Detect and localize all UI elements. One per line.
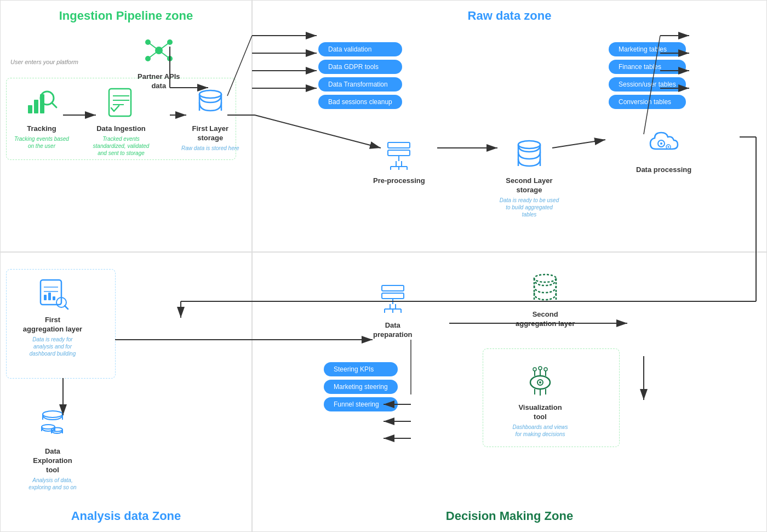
viz-label: Visualization tool bbox=[518, 403, 562, 422]
svg-rect-41 bbox=[48, 293, 51, 300]
svg-rect-1 bbox=[34, 100, 38, 113]
first-aggregation-node: First aggregation layer Data is ready fo… bbox=[22, 274, 83, 357]
svg-point-34 bbox=[660, 142, 662, 145]
svg-rect-40 bbox=[44, 295, 47, 300]
user-enter-node: User enters your platform bbox=[9, 59, 80, 65]
analysis-zone-title: Analysis data Zone bbox=[1, 501, 251, 526]
main-container: Ingestion Pipeline zone User enters your… bbox=[0, 0, 767, 532]
badge-marketing-steering: Marketing steering bbox=[324, 380, 398, 394]
svg-point-18 bbox=[199, 90, 221, 98]
second-layer-storage-node: Second Layer storage Data is ready to be… bbox=[499, 135, 559, 218]
preprocessing-label: Pre-processing bbox=[373, 176, 425, 186]
first-agg-sublabel: Data is ready for analysis and for dashb… bbox=[22, 336, 83, 357]
exploration-icon bbox=[33, 406, 72, 444]
steering-badge-list: Steering KPIs Marketing steering Funnel … bbox=[324, 362, 398, 411]
raw-badge-list: Data validation Data GDPR tools Data Tra… bbox=[318, 42, 402, 109]
processing-badge-list: Marketing tables Finance tables Session/… bbox=[609, 42, 686, 109]
tracking-label: Tracking bbox=[27, 124, 56, 134]
partner-apis-label: Partner APIs data bbox=[138, 72, 180, 91]
tracking-node: Tracking Tracking events based on the us… bbox=[12, 83, 72, 150]
user-enter-label: User enters your platform bbox=[10, 59, 78, 65]
preprocessing-icon bbox=[380, 135, 418, 174]
raw-zone-title: Raw data zone bbox=[253, 1, 766, 26]
ingestion-flow-area: User enters your platform Tracking bbox=[1, 26, 251, 249]
data-prep-icon bbox=[374, 280, 412, 318]
second-agg-icon bbox=[526, 269, 564, 307]
raw-flow-area: Data validation Data GDPR tools Data Tra… bbox=[253, 26, 766, 249]
ingestion-label: Data Ingestion bbox=[96, 124, 146, 134]
exploration-sublabel: Analysis of data, exploring and so on bbox=[22, 477, 83, 491]
data-processing-icon bbox=[645, 124, 683, 163]
badge-steering-kpis: Steering KPIs bbox=[324, 362, 398, 376]
svg-line-15 bbox=[159, 42, 170, 50]
first-agg-icon bbox=[33, 274, 72, 313]
badge-marketing-tables: Marketing tables bbox=[609, 42, 686, 56]
second-storage-icon bbox=[510, 135, 548, 174]
decision-flow-area: Data preparation Steering KPIs Marketing… bbox=[253, 253, 766, 531]
viz-sublabel: Dashboards and views for making decision… bbox=[510, 424, 570, 438]
data-processing-node: Data processing bbox=[636, 124, 691, 175]
svg-rect-0 bbox=[28, 105, 32, 113]
second-agg-label: Second aggregation layer bbox=[516, 310, 575, 329]
badge-session-tables: Session/user tables bbox=[609, 77, 686, 91]
second-layer-storage-label: Second Layer storage bbox=[506, 176, 552, 195]
data-processing-label: Data processing bbox=[636, 165, 691, 175]
svg-rect-37 bbox=[41, 280, 61, 305]
svg-point-45 bbox=[43, 411, 62, 417]
svg-rect-21 bbox=[388, 142, 410, 148]
svg-line-44 bbox=[65, 306, 68, 309]
badge-conversion-tables: Conversion tables bbox=[609, 95, 686, 109]
second-layer-storage-sublabel: Data is ready to be used to build aggreg… bbox=[499, 197, 559, 218]
data-preparation-node: Data preparation bbox=[373, 280, 413, 340]
badge-funnel-steering: Funnel steering bbox=[324, 397, 398, 411]
svg-point-30 bbox=[518, 141, 540, 148]
badge-bad-sessions: Bad sessions cleanup bbox=[318, 95, 402, 109]
svg-point-63 bbox=[534, 274, 556, 282]
preprocessing-node: Pre-processing bbox=[373, 135, 425, 186]
decision-zone-title: Decision Making Zone bbox=[253, 501, 766, 526]
tracking-icon bbox=[22, 83, 61, 122]
svg-rect-54 bbox=[382, 285, 404, 291]
svg-line-17 bbox=[159, 50, 170, 59]
partner-apis-node: Partner APIs data bbox=[138, 31, 180, 91]
second-aggregation-node: Second aggregation layer bbox=[516, 269, 575, 329]
partner-apis-icon bbox=[140, 31, 178, 70]
first-layer-storage-sublabel: Raw data is stored here bbox=[181, 145, 239, 152]
badge-transformation: Data Transformation bbox=[318, 77, 402, 91]
first-storage-icon bbox=[191, 83, 230, 122]
ingestion-zone-title: Ingestion Pipeline zone bbox=[1, 1, 251, 26]
data-exploration-node: Data Exploration tool Analysis of data, … bbox=[22, 406, 83, 491]
ingestion-icon bbox=[102, 83, 140, 122]
decision-zone: Data preparation Steering KPIs Marketing… bbox=[252, 252, 767, 532]
visualization-node: Visualization tool Dashboards and views … bbox=[510, 362, 570, 438]
data-ingestion-node: Data Ingestion Tracked events standardiz… bbox=[91, 83, 151, 157]
data-preparation-label: Data preparation bbox=[373, 321, 413, 340]
badge-data-validation: Data validation bbox=[318, 42, 402, 56]
tracking-sublabel: Tracking events based on the user bbox=[12, 135, 72, 150]
analysis-zone: First aggregation layer Data is ready fo… bbox=[0, 252, 252, 532]
svg-line-16 bbox=[148, 50, 159, 59]
svg-rect-22 bbox=[388, 150, 410, 156]
svg-line-4 bbox=[52, 103, 56, 107]
raw-data-zone: Raw data zone Data validation Data GDPR … bbox=[252, 0, 767, 252]
badge-gdpr: Data GDPR tools bbox=[318, 60, 402, 74]
svg-rect-5 bbox=[109, 89, 131, 116]
exploration-label: Data Exploration tool bbox=[33, 447, 72, 475]
ingestion-sublabel: Tracked events standardized, validated a… bbox=[91, 135, 151, 157]
viz-icon bbox=[521, 362, 559, 401]
analysis-flow-area: First aggregation layer Data is ready fo… bbox=[1, 253, 251, 531]
ingestion-zone: Ingestion Pipeline zone User enters your… bbox=[0, 0, 252, 252]
first-agg-label: First aggregation layer bbox=[23, 316, 82, 334]
first-layer-storage-node: First Layer storage Raw data is stored h… bbox=[181, 83, 239, 152]
svg-rect-55 bbox=[382, 293, 404, 299]
svg-line-14 bbox=[148, 42, 159, 50]
svg-rect-42 bbox=[53, 296, 55, 300]
badge-finance-tables: Finance tables bbox=[609, 60, 686, 74]
svg-point-36 bbox=[667, 146, 669, 148]
svg-point-68 bbox=[539, 381, 541, 384]
first-layer-storage-label: First Layer storage bbox=[192, 124, 228, 143]
